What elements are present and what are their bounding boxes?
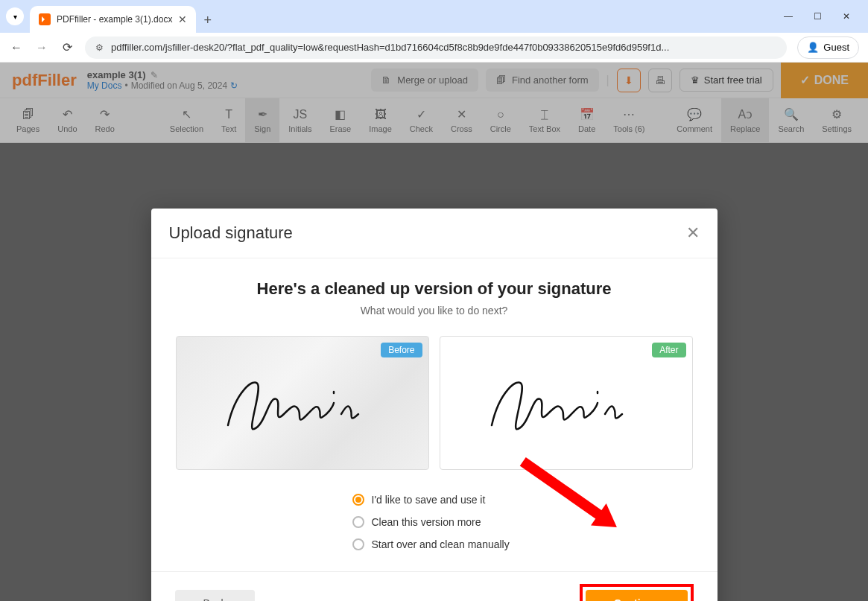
tab-title: PDFfiller - example 3(1).docx bbox=[57, 14, 172, 25]
new-tab-button[interactable]: + bbox=[203, 13, 212, 28]
site-settings-icon[interactable]: ⚙ bbox=[95, 42, 104, 53]
minimize-button[interactable]: — bbox=[784, 11, 793, 22]
continue-highlight: Continue bbox=[580, 584, 694, 601]
back-button[interactable]: Back bbox=[175, 590, 255, 601]
signature-after-box: After bbox=[440, 336, 693, 470]
before-badge: Before bbox=[381, 343, 422, 357]
option-start-over[interactable]: Start over and clean manually bbox=[352, 538, 694, 550]
reload-icon[interactable]: ⟳ bbox=[60, 40, 75, 54]
radio-icon bbox=[352, 538, 364, 550]
tabs-dropdown-button[interactable]: ▾ bbox=[6, 7, 24, 25]
profile-button[interactable]: 👤 Guest bbox=[797, 36, 859, 59]
modal-headline: Here's a cleaned up version of your sign… bbox=[175, 279, 694, 299]
maximize-button[interactable]: ☐ bbox=[814, 11, 822, 22]
browser-tab[interactable]: PDFfiller - example 3(1).docx ✕ bbox=[30, 6, 196, 33]
window-controls: — ☐ ✕ bbox=[784, 11, 862, 22]
url-input[interactable]: ⚙ pdffiller.com/jsfiller-desk20/?flat_pd… bbox=[85, 36, 787, 59]
upload-signature-modal: Upload signature ✕ Here's a cleaned up v… bbox=[151, 209, 717, 601]
signature-before-box: Before bbox=[176, 336, 429, 470]
url-text: pdffiller.com/jsfiller-desk20/?flat_pdf_… bbox=[111, 42, 669, 53]
back-nav-icon[interactable]: ← bbox=[9, 41, 24, 54]
option-clean-more[interactable]: Clean this version more bbox=[352, 516, 694, 528]
close-window-button[interactable]: ✕ bbox=[843, 11, 850, 22]
option-save-use[interactable]: I'd like to save and use it bbox=[352, 494, 694, 506]
tab-close-icon[interactable]: ✕ bbox=[178, 13, 187, 25]
after-badge: After bbox=[652, 343, 685, 357]
address-bar: ← → ⟳ ⚙ pdffiller.com/jsfiller-desk20/?f… bbox=[0, 33, 868, 63]
modal-close-icon[interactable]: ✕ bbox=[686, 223, 700, 243]
person-icon: 👤 bbox=[807, 42, 819, 53]
pdffiller-favicon-icon bbox=[39, 13, 51, 25]
browser-titlebar: ▾ PDFfiller - example 3(1).docx ✕ + — ☐ … bbox=[0, 0, 868, 33]
continue-button[interactable]: Continue bbox=[586, 590, 688, 601]
forward-nav-icon[interactable]: → bbox=[34, 41, 49, 54]
radio-icon bbox=[352, 494, 364, 506]
modal-title: Upload signature bbox=[169, 223, 293, 243]
guest-label: Guest bbox=[823, 42, 849, 53]
modal-subtext: What would you like to do next? bbox=[175, 305, 694, 317]
radio-icon bbox=[352, 516, 364, 528]
signature-after-image bbox=[477, 362, 656, 444]
signature-before-image bbox=[213, 362, 392, 444]
